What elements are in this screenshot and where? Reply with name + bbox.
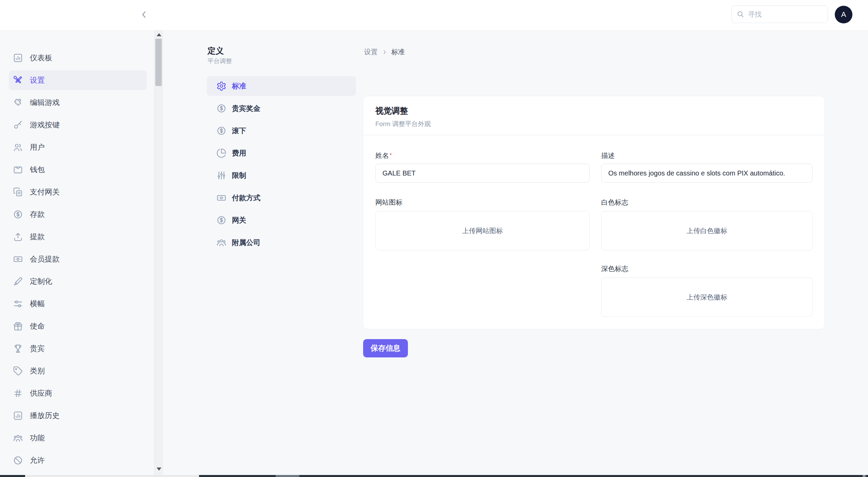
submenu-item-vip-bonus[interactable]: 贵宾奖金 [207, 99, 356, 118]
sidebar-item-customization-label: 定制化 [30, 276, 52, 287]
submenu-item-rollover[interactable]: 滚下 [207, 121, 356, 141]
white-logo-upload-text: 上传白色徽标 [687, 226, 727, 235]
sidebar-item-vip-label: 贵宾 [30, 344, 45, 354]
breadcrumb: 设置 标准 [364, 47, 405, 57]
sidebar-item-features[interactable]: 功能 [9, 428, 147, 448]
sidebar-item-play-history[interactable]: 播放历史 [9, 406, 147, 426]
submenu-item-fees[interactable]: 费用 [207, 143, 356, 163]
dollar-icon [216, 215, 226, 225]
submenu-item-affiliates-label: 附属公司 [232, 238, 260, 247]
collapse-sidebar-button[interactable] [137, 8, 151, 21]
sidebar-item-users[interactable]: 用户 [9, 138, 147, 157]
sidebar-item-allow[interactable]: 允许 [9, 451, 147, 470]
gift-icon [13, 321, 23, 331]
card-body: 姓名* 描述 网站图标 上传网站图标 白色标志 上传白色徽标 [363, 151, 825, 329]
search-box[interactable] [731, 5, 828, 23]
breadcrumb-parent[interactable]: 设置 [364, 47, 378, 57]
sidebar-item-banners[interactable]: 横幅 [9, 294, 147, 314]
dollar-icon [216, 126, 226, 136]
banknote-icon [216, 193, 226, 203]
sidebar-item-dashboard[interactable]: 仪表板 [9, 48, 147, 68]
sliders-h-icon [13, 299, 23, 309]
scroll-up-arrow[interactable] [155, 31, 163, 38]
scrollbar-thumb[interactable] [155, 39, 162, 86]
sidebar-item-dashboard-label: 仪表板 [30, 53, 52, 63]
sidebar-item-withdrawals[interactable]: 提款 [9, 227, 147, 247]
save-button[interactable]: 保存信息 [363, 339, 408, 357]
sidebar-item-wallet[interactable]: 钱包 [9, 160, 147, 180]
horizontal-scrollbar-thumb[interactable] [276, 475, 299, 477]
chevron-left-icon [139, 10, 149, 19]
pie-icon [216, 148, 226, 158]
sidebar-item-vip[interactable]: 贵宾 [9, 339, 147, 358]
dark-logo-field-group: 深色标志 上传深色徽标 [601, 265, 813, 317]
banknote-icon [13, 254, 23, 264]
white-logo-field-group: 白色标志 上传白色徽标 [601, 198, 813, 250]
dark-logo-upload-dropzone[interactable]: 上传深色徽标 [601, 277, 813, 317]
sidebar-item-game-keys-label: 游戏按键 [30, 120, 60, 130]
sidebar-item-withdrawals-label: 提款 [30, 232, 45, 242]
chevron-right-icon [382, 49, 387, 55]
dark-logo-label: 深色标志 [601, 265, 813, 273]
panel-title: 定义 [208, 45, 224, 56]
avatar[interactable]: A [835, 6, 852, 23]
sidebar-item-categories-label: 类别 [30, 366, 45, 376]
tools-icon [13, 75, 23, 85]
card-subheading: Form 调整平台外观 [375, 120, 812, 128]
app-body: 仪表板 设置 编辑游戏 游戏按键 用户 钱包 支付网关 存款 提款 会员提款 定… [0, 30, 868, 477]
panel-subtitle: 平台调整 [208, 57, 232, 65]
sidebar-item-deposits-label: 存款 [30, 209, 45, 220]
search-input[interactable] [748, 11, 823, 18]
sidebar-item-edit-games-label: 编辑游戏 [30, 98, 60, 108]
sidebar-item-deposits[interactable]: 存款 [9, 205, 147, 224]
favicon-upload-text: 上传网站图标 [462, 226, 503, 235]
trophy-icon [13, 344, 23, 354]
scroll-down-arrow[interactable] [155, 465, 163, 472]
sidebar-item-allow-label: 允许 [30, 455, 45, 465]
card-header: 视觉调整 Form 调整平台外观 [363, 96, 825, 135]
description-field-group: 描述 [601, 151, 813, 183]
key-icon [13, 120, 23, 130]
sidebar-item-users-label: 用户 [30, 142, 45, 152]
horizontal-scrollbar[interactable] [0, 475, 868, 477]
name-field-group: 姓名* [375, 151, 590, 183]
required-asterisk: * [390, 152, 392, 159]
sidebar-item-features-label: 功能 [30, 433, 45, 443]
favicon-upload-dropzone[interactable]: 上传网站图标 [375, 211, 590, 250]
dark-logo-upload-text: 上传深色徽标 [687, 293, 727, 302]
users-group-icon [216, 237, 226, 248]
sidebar-item-providers[interactable]: 供应商 [9, 383, 147, 403]
sidebar-item-member-withdrawals[interactable]: 会员提款 [9, 249, 147, 269]
hash-icon [13, 388, 23, 398]
sidebar-scrollbar[interactable] [154, 30, 163, 475]
submenu-item-fees-label: 费用 [232, 148, 246, 158]
sidebar-item-payment-gateway[interactable]: 支付网关 [9, 182, 147, 202]
submenu-item-payment-methods[interactable]: 付款方式 [207, 188, 356, 208]
description-input[interactable] [601, 164, 813, 183]
sidebar-item-settings-label: 设置 [30, 75, 45, 85]
sidebar-item-categories[interactable]: 类别 [9, 361, 147, 381]
users-icon [13, 142, 23, 152]
submenu-item-limits-label: 限制 [232, 171, 246, 180]
scrollbar-corner [863, 475, 866, 477]
dollar-icon [13, 209, 23, 220]
submenu-item-affiliates[interactable]: 附属公司 [207, 233, 356, 252]
submenu-item-limits[interactable]: 限制 [207, 166, 356, 185]
sidebar-item-missions-label: 使命 [30, 321, 45, 331]
sidebar-item-providers-label: 供应商 [30, 388, 52, 398]
sidebar-item-member-withdrawals-label: 会员提款 [30, 254, 60, 264]
sidebar-item-settings[interactable]: 设置 [9, 70, 147, 90]
wallet-icon [13, 165, 23, 175]
puzzle-icon [13, 98, 23, 108]
tag-icon [13, 366, 23, 376]
white-logo-upload-dropzone[interactable]: 上传白色徽标 [601, 211, 813, 250]
name-input[interactable] [375, 164, 590, 183]
submenu-item-standard[interactable]: 标准 [207, 76, 356, 96]
sidebar-item-game-keys[interactable]: 游戏按键 [9, 115, 147, 135]
breadcrumb-current: 标准 [391, 47, 405, 57]
sidebar-item-customization[interactable]: 定制化 [9, 272, 147, 291]
brush-icon [13, 276, 23, 287]
sidebar-item-edit-games[interactable]: 编辑游戏 [9, 93, 147, 112]
sidebar-item-missions[interactable]: 使命 [9, 316, 147, 336]
submenu-item-gateway[interactable]: 网关 [207, 210, 356, 230]
